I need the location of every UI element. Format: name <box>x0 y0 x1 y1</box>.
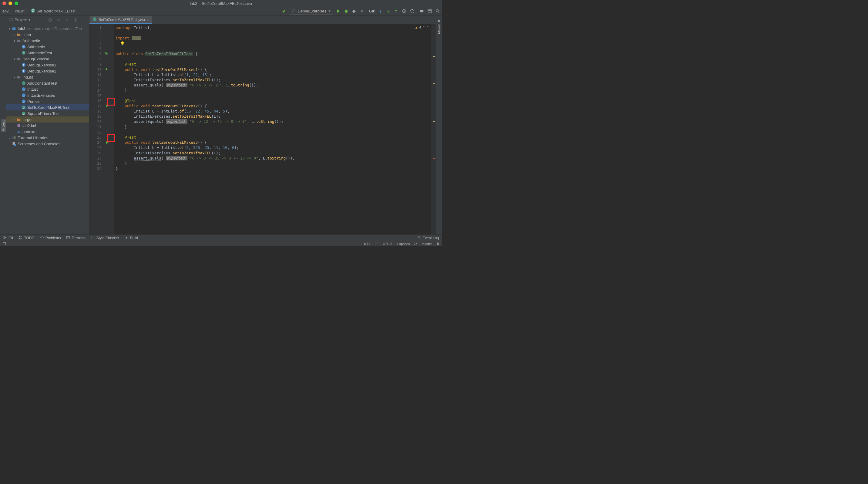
rollback-icon[interactable] <box>409 8 414 14</box>
tree-pom[interactable]: mpom.xml <box>6 129 89 135</box>
status-branch[interactable]: master <box>422 242 432 246</box>
tool-terminal[interactable]: Terminal <box>66 236 85 240</box>
stripe-warning[interactable] <box>433 84 435 84</box>
intention-bulb-icon[interactable]: 💡 <box>120 41 125 46</box>
stripe-warning[interactable] <box>433 121 435 122</box>
tree-addconst[interactable]: CAddConstantTest <box>6 80 89 86</box>
run-config-selector[interactable]: DebugExercise1 ▾ <box>289 8 333 14</box>
status-indent[interactable]: 4 spaces <box>396 242 410 246</box>
svg-rect-2 <box>284 9 286 11</box>
stripe-error[interactable] <box>433 158 435 159</box>
tool-todo[interactable]: TODO <box>19 236 34 240</box>
code-token: public <box>125 140 138 144</box>
svg-point-3 <box>292 9 296 12</box>
tool-project[interactable]: Project <box>1 119 6 132</box>
breadcrumb: lab2 〉 IntList 〉 C SetToZeroIfMaxFELTest <box>2 8 75 14</box>
build-hammer-icon[interactable] <box>281 8 287 14</box>
code-editor[interactable]: ▲ 4 ˄ ˅ 12356789101112131415161718192021… <box>90 24 436 234</box>
run-button[interactable] <box>336 8 341 14</box>
vcs-commit-icon[interactable] <box>385 8 391 14</box>
code-token: "0 -> 0 -> 35 -> 0 -> 10 -> 0" <box>190 156 258 160</box>
tool-event-log[interactable]: Event Log <box>417 236 439 240</box>
code-token: 5 <box>186 145 189 150</box>
ide-gear-icon[interactable] <box>419 8 424 14</box>
layout-icon[interactable] <box>427 8 432 14</box>
expand-all-icon[interactable] <box>56 17 61 23</box>
tool-style-checker[interactable]: Style Checker <box>91 236 119 240</box>
tree-intlist-ex[interactable]: CIntListExercises <box>6 92 89 98</box>
svg-rect-11 <box>428 9 431 13</box>
run-class-icon[interactable] <box>105 51 109 56</box>
warning-icon: ▲ <box>415 26 417 29</box>
warning-count: 4 <box>419 26 421 29</box>
status-line-ending[interactable]: LF <box>375 242 378 246</box>
code-token: 535 <box>193 145 200 150</box>
maximize-window-button[interactable] <box>14 2 18 5</box>
close-icon[interactable]: × <box>147 18 149 22</box>
tree-szmax[interactable]: CSetToZeroIfMaxFELTest <box>6 104 89 110</box>
tree-target[interactable]: ▸target <box>6 117 89 123</box>
tree-arithmetic[interactable]: ▾Arithmetic <box>6 38 89 44</box>
debug-button[interactable] <box>344 8 349 14</box>
history-icon[interactable] <box>401 8 407 14</box>
tree-idea[interactable]: ▸.idea <box>6 32 89 38</box>
tree-arithmetic-cls[interactable]: CArithmetic <box>6 44 89 50</box>
tool-git[interactable]: Git <box>3 236 13 240</box>
tool-build[interactable]: Build <box>125 236 138 240</box>
tree-iml[interactable]: lab2.iml <box>6 123 89 129</box>
minimize-window-button[interactable] <box>8 2 12 5</box>
chevron-down-icon[interactable]: ˅ <box>427 26 429 29</box>
code-token: , <box>191 109 195 114</box>
tree-dbg2[interactable]: DebugExercise2 <box>6 68 89 74</box>
chevron-up-icon[interactable]: ˄ <box>423 26 425 29</box>
gear-icon[interactable] <box>73 17 78 23</box>
tree-root[interactable]: ▾ lab2 sources root, ~/Documents/Tea <box>6 26 89 32</box>
close-window-button[interactable] <box>2 2 6 5</box>
stop-button[interactable] <box>360 8 365 14</box>
run-test-icon[interactable] <box>105 67 109 71</box>
tree-intlist[interactable]: ▾IntList <box>6 74 89 80</box>
inspection-widget[interactable]: ▲ 4 ˄ ˅ <box>415 26 429 29</box>
project-tool-window: Project ▾ — ▾ lab2 sources root, ~/Docum… <box>6 16 90 234</box>
vcs-push-icon[interactable] <box>393 8 399 14</box>
project-tool-title[interactable]: Project <box>14 18 27 22</box>
breadcrumb-pkg[interactable]: IntList <box>15 9 25 13</box>
tree-arithmetic-test[interactable]: CArithmeticTest <box>6 50 89 56</box>
tree-label: lab2 <box>18 26 26 31</box>
tree-primes[interactable]: CPrimes <box>6 98 89 104</box>
coverage-button[interactable] <box>351 8 357 14</box>
editor-tab[interactable]: C SetToZeroIfMaxFELTest.java × <box>90 16 152 24</box>
tool-windows-icon[interactable] <box>2 242 6 246</box>
search-everywhere-icon[interactable] <box>435 8 440 14</box>
tree-intlist-cls[interactable]: CIntList <box>6 86 89 92</box>
lock-icon[interactable] <box>436 242 439 246</box>
tree-scratch[interactable]: Scratches and Consoles <box>6 141 89 147</box>
tree-ext[interactable]: ▸External Libraries <box>6 135 89 141</box>
project-view-icon <box>8 17 13 23</box>
error-stripe[interactable] <box>432 24 436 234</box>
vcs-update-icon[interactable] <box>378 8 383 14</box>
tool-maven[interactable]: Maven <box>437 23 442 35</box>
code-token: testZeroOutFELMaxes3 <box>152 140 198 144</box>
tool-problems[interactable]: !Problems <box>40 236 61 240</box>
folded-region[interactable]: ... <box>132 36 141 40</box>
code-content[interactable]: package IntList; import ... 💡 public cla… <box>114 24 432 234</box>
stripe-warning[interactable] <box>433 56 435 57</box>
tool-label: Event Log <box>423 236 439 240</box>
breadcrumb-class[interactable]: SetToZeroIfMaxFELTest <box>37 9 75 13</box>
tree-label: Scratches and Consoles <box>18 141 60 146</box>
libraries-icon <box>11 135 17 140</box>
status-position[interactable]: 6:14 <box>364 242 370 246</box>
collapse-all-icon[interactable] <box>64 17 70 23</box>
code-token: , L. <box>247 119 256 124</box>
project-tree[interactable]: ▾ lab2 sources root, ~/Documents/Tea ▸.i… <box>6 24 89 234</box>
breadcrumb-root[interactable]: lab2 <box>2 9 9 13</box>
hide-icon[interactable]: — <box>81 17 87 23</box>
tree-sqprime[interactable]: CSquarePrimesTest <box>6 110 89 117</box>
problems-icon: ! <box>40 236 44 240</box>
select-opened-icon[interactable] <box>47 17 53 23</box>
code-token: class <box>132 52 143 56</box>
tree-debug[interactable]: ▾DebugExercise <box>6 56 89 62</box>
tree-dbg1[interactable]: DebugExercise1 <box>6 62 89 68</box>
status-encoding[interactable]: UTF-8 <box>383 242 392 246</box>
